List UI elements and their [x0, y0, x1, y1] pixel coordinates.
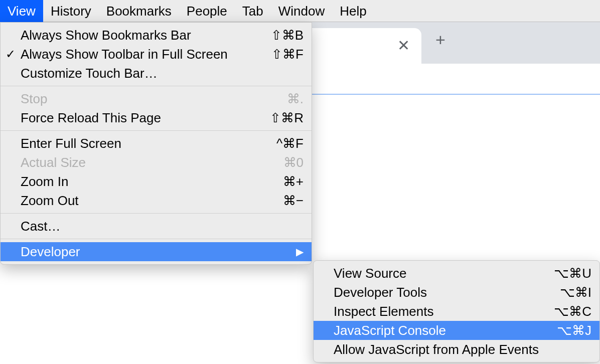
menu-label: Stop [21, 91, 287, 107]
menu-item-enter-fullscreen[interactable]: Enter Full Screen ^⌘F [1, 134, 312, 153]
menubar-history[interactable]: History [43, 0, 99, 22]
menu-item-stop: Stop ⌘. [1, 89, 312, 108]
menu-item-developer[interactable]: Developer ▶ [1, 242, 312, 261]
menu-label: Inspect Elements [334, 304, 554, 319]
menu-item-toolbar-fullscreen[interactable]: ✓ Always Show Toolbar in Full Screen ⇧⌘F [1, 45, 312, 64]
menu-shortcut: ⌥⌘U [554, 266, 591, 281]
submenu-arrow-icon: ▶ [296, 246, 304, 258]
menu-item-cast[interactable]: Cast… [1, 217, 312, 236]
menu-label: Customize Touch Bar… [21, 66, 304, 81]
menu-separator [1, 213, 312, 214]
menubar-view[interactable]: View [0, 0, 43, 22]
menu-shortcut: ⌥⌘J [557, 323, 591, 338]
menu-item-bookmarks-bar[interactable]: Always Show Bookmarks Bar ⇧⌘B [1, 26, 312, 45]
menu-shortcut: ⌥⌘I [560, 285, 591, 300]
menu-label: Always Show Toolbar in Full Screen [21, 47, 271, 62]
menu-shortcut: ⇧⌘F [271, 47, 304, 62]
submenu-item-view-source[interactable]: View Source ⌥⌘U [314, 264, 599, 283]
view-menu: Always Show Bookmarks Bar ⇧⌘B ✓ Always S… [0, 22, 312, 265]
menu-label: Always Show Bookmarks Bar [21, 28, 271, 43]
menu-label: Cast… [21, 219, 304, 234]
menu-label: Force Reload This Page [21, 110, 270, 126]
menu-shortcut: ^⌘F [276, 136, 304, 151]
menu-label: Developer [21, 244, 296, 260]
close-icon[interactable]: ✕ [397, 37, 410, 54]
menu-shortcut: ⇧⌘B [271, 28, 304, 43]
menu-shortcut: ⇧⌘R [270, 110, 304, 126]
menu-label: Zoom In [21, 174, 283, 190]
menu-shortcut: ⌘− [283, 193, 304, 209]
menu-item-customize-touchbar[interactable]: Customize Touch Bar… [1, 64, 312, 83]
menu-label: Allow JavaScript from Apple Events [334, 342, 591, 357]
menu-separator [1, 86, 312, 86]
submenu-item-javascript-console[interactable]: JavaScript Console ⌥⌘J [314, 321, 599, 340]
submenu-item-allow-js-apple-events[interactable]: Allow JavaScript from Apple Events [314, 340, 599, 359]
menubar-bookmarks[interactable]: Bookmarks [99, 0, 179, 22]
new-tab-button[interactable]: + [435, 31, 445, 48]
menu-label: JavaScript Console [334, 323, 557, 338]
menu-item-actual-size: Actual Size ⌘0 [1, 153, 312, 172]
submenu-item-developer-tools[interactable]: Developer Tools ⌥⌘I [314, 283, 599, 302]
menu-item-force-reload[interactable]: Force Reload This Page ⇧⌘R [1, 108, 312, 127]
menu-shortcut: ⌘0 [283, 155, 304, 170]
menu-separator [1, 130, 312, 131]
menu-label: Actual Size [21, 155, 283, 170]
menu-shortcut: ⌥⌘C [554, 304, 591, 319]
menu-label: Enter Full Screen [21, 136, 276, 151]
menu-label: Developer Tools [334, 285, 560, 300]
menu-bar: View History Bookmarks People Tab Window… [0, 0, 600, 22]
menubar-window[interactable]: Window [271, 0, 332, 22]
menu-separator [1, 239, 312, 239]
submenu-item-inspect-elements[interactable]: Inspect Elements ⌥⌘C [314, 302, 599, 321]
menu-label: View Source [334, 266, 554, 281]
menubar-people[interactable]: People [179, 0, 235, 22]
menubar-tab[interactable]: Tab [235, 0, 271, 22]
checkmark-icon: ✓ [6, 47, 16, 61]
developer-submenu: View Source ⌥⌘U Developer Tools ⌥⌘I Insp… [313, 260, 600, 362]
menu-shortcut: ⌘. [287, 91, 304, 107]
menu-label: Zoom Out [21, 193, 283, 209]
menu-shortcut: ⌘+ [283, 174, 304, 190]
menubar-help[interactable]: Help [332, 0, 374, 22]
menu-item-zoom-out[interactable]: Zoom Out ⌘− [1, 191, 312, 210]
menu-item-zoom-in[interactable]: Zoom In ⌘+ [1, 172, 312, 191]
